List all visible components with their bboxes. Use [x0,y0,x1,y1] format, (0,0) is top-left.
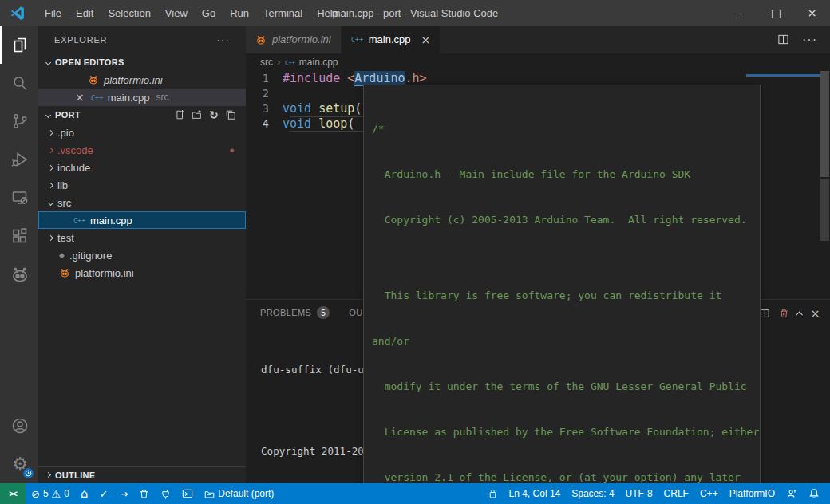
close-editor-icon[interactable]: × [75,92,85,103]
tree-item-pio[interactable]: .pio [38,124,246,141]
more-actions-icon[interactable]: ··· [802,33,817,47]
close-button[interactable]: × [794,0,830,26]
source-control-icon[interactable] [0,102,38,140]
tree-item-main-cpp[interactable]: C++ main.cpp [38,211,246,229]
maximize-panel-icon[interactable] [796,311,803,317]
chevron-right-icon [48,164,53,170]
tree-item-platformio-ini[interactable]: platformio.ini [38,264,246,282]
close-panel-icon[interactable]: × [811,307,820,320]
remote-explorer-icon[interactable] [0,179,38,217]
tree-item-test[interactable]: test [38,229,246,246]
minimize-button[interactable]: – [722,0,758,26]
tree-item-include[interactable]: include [38,159,246,176]
svg-text:C++: C++ [73,216,85,224]
pio-clean-button[interactable] [133,483,155,504]
cpp-file-icon: C++ [73,215,85,226]
split-editor-icon[interactable] [777,33,789,45]
sidebar-title: EXPLORER ··· [38,26,246,53]
platformio-icon[interactable] [0,255,38,293]
pio-serial-monitor-button[interactable] [155,483,176,504]
menu-file[interactable]: File [38,7,69,19]
cursor-position[interactable]: Ln 4, Col 14 [504,483,567,504]
outline-section-header[interactable]: OUTLINE [38,466,246,483]
open-editor-platformio-ini[interactable]: platformio.ini [38,71,246,89]
plug-icon [160,489,171,499]
menu-help[interactable]: Help [310,7,346,19]
clock-badge-icon [23,468,34,478]
svg-text:C++: C++ [91,93,103,101]
feedback-button[interactable] [781,483,803,504]
minimap-highlight [746,74,820,77]
account-icon[interactable] [0,407,38,445]
language-mode[interactable]: C++ [694,483,724,504]
menu-go[interactable]: Go [195,7,223,19]
chevron-right-icon [45,472,51,478]
ports-icon [488,489,498,499]
platformio-file-icon [88,74,99,85]
editor-scrollbar[interactable] [820,68,830,299]
menu-edit[interactable]: Edit [69,7,101,19]
menu-terminal[interactable]: Terminal [256,7,310,19]
pio-home-button[interactable]: ⌂ [75,483,94,504]
editor-tab-bar: platformio.ini C++ main.cpp × ··· [246,26,830,53]
breadcrumb-file[interactable]: main.cpp [299,57,338,68]
refresh-icon[interactable]: ↻ [209,108,219,121]
port-section-header[interactable]: PORT ↻ [38,106,246,124]
maximize-button[interactable]: □ [758,0,794,26]
breadcrumb-folder[interactable]: src [260,57,273,68]
tab-problems[interactable]: PROBLEMS 5 [260,300,330,326]
search-icon[interactable] [0,64,38,102]
encoding-status[interactable]: UTF-8 [620,483,658,504]
project-env-icon [204,489,215,499]
close-tab-icon[interactable]: × [421,33,430,46]
extensions-icon[interactable] [0,217,38,255]
open-editors-header[interactable]: OPEN EDITORS [38,53,246,71]
tree-item-gitignore[interactable]: ◆ .gitignore [38,246,246,264]
kill-terminal-icon[interactable] [779,308,789,319]
git-file-icon: ◆ [59,251,65,259]
new-folder-icon[interactable] [192,109,203,120]
cpp-file-icon: C++ [285,57,295,68]
pio-terminal-button[interactable] [176,483,199,504]
menu-selection[interactable]: Selection [101,7,157,19]
vscode-logo-icon [10,6,25,20]
platformio-status[interactable]: PlatformIO [724,483,781,504]
problems-badge: 5 [317,306,330,319]
explorer-sidebar: EXPLORER ··· OPEN EDITORS platformio.ini… [38,26,246,483]
settings-gear-icon[interactable]: ⚙ [0,445,38,483]
remote-icon: >< [9,490,17,498]
tree-item-lib[interactable]: lib [38,176,246,194]
explorer-icon[interactable] [0,26,38,64]
run-debug-icon[interactable] [0,140,38,179]
split-terminal-icon[interactable] [760,308,770,319]
tree-item-vscode[interactable]: .vscode ● [38,141,246,159]
check-icon: ✓ [99,489,108,499]
eol-status[interactable]: CRLF [658,483,694,504]
menu-run[interactable]: Run [223,7,256,19]
tab-main-cpp[interactable]: C++ main.cpp × [342,26,440,53]
pio-upload-button[interactable]: → [113,483,133,504]
menu-view[interactable]: View [158,7,195,19]
problems-status[interactable]: ⊘ 5 ⚠ 0 [26,483,75,504]
ports-status[interactable] [482,483,504,504]
pio-build-button[interactable]: ✓ [93,483,113,504]
tab-platformio-ini[interactable]: platformio.ini [246,26,342,53]
indentation-status[interactable]: Spaces: 4 [566,483,619,504]
collapse-all-icon[interactable] [225,109,236,120]
pio-env-selector[interactable]: Default (port) [199,483,279,504]
trash-icon [139,489,149,499]
notifications-button[interactable] [803,483,825,504]
chevron-right-icon [48,182,53,187]
chevron-down-icon [48,199,53,205]
remote-indicator[interactable]: >< [0,483,26,504]
chevron-right-icon: › [277,57,281,68]
tree-item-src[interactable]: src [38,194,246,211]
sidebar-title-label: EXPLORER [54,35,107,45]
new-file-icon[interactable] [174,109,185,120]
terminal-icon [182,488,193,499]
svg-text:C++: C++ [285,59,295,66]
sidebar-more-icon[interactable]: ··· [216,33,230,46]
breadcrumb: src › C++ main.cpp [246,53,830,71]
open-editor-main-cpp[interactable]: × C++ main.cpp src [38,89,246,106]
svg-text:C++: C++ [351,36,363,44]
